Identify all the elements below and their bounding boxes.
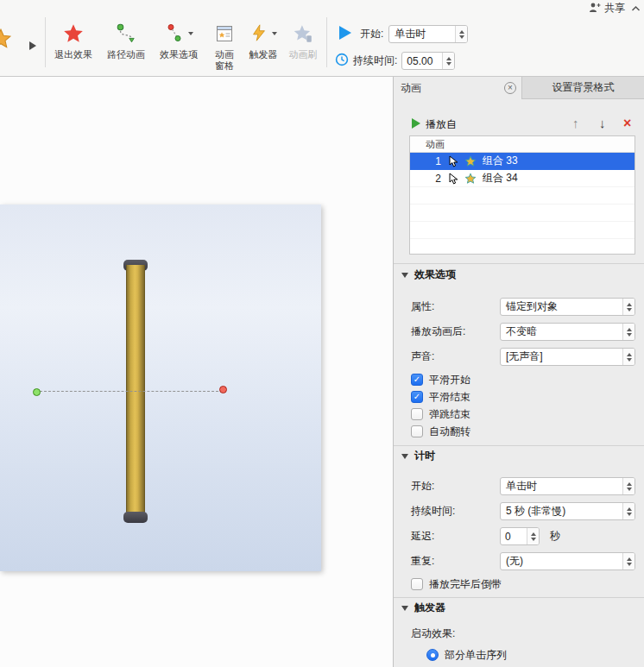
rewind-option[interactable]: 播放完毕后倒带 — [411, 577, 502, 591]
stepper-icon[interactable] — [455, 26, 467, 42]
move-up-button[interactable]: ↑ — [572, 115, 579, 132]
row-index: 2 — [410, 173, 441, 185]
checkbox-rewind[interactable] — [411, 578, 423, 590]
checkbox-smooth-end[interactable] — [411, 391, 423, 403]
stepper-icon[interactable] — [622, 553, 635, 569]
bounce-end-option[interactable]: 弹跳结束 — [411, 407, 470, 421]
collapse-ribbon-button[interactable] — [631, 3, 641, 15]
timing-start-value: 单击时 — [501, 478, 622, 494]
checkbox-label: 平滑结束 — [429, 390, 470, 405]
empty-row — [410, 222, 635, 239]
stepper-icon[interactable] — [622, 324, 635, 340]
checkbox-auto-reverse[interactable] — [411, 425, 423, 437]
tab-animation[interactable]: 动画 × — [394, 77, 521, 99]
repeat-dropdown[interactable]: (无) — [500, 552, 635, 570]
timing-duration-row: 持续时间: 5 秒 (非常慢) — [411, 502, 635, 520]
duration-input[interactable] — [402, 53, 442, 69]
effect-options-icon — [164, 22, 185, 47]
stepper-icon[interactable] — [622, 349, 635, 365]
section-effect-options[interactable]: 效果选项 — [401, 267, 456, 282]
animation-pane: 动画 × 设置背景格式 播放自 ↑ ↓ × 动画 1 组合 33 2 — [393, 77, 644, 667]
after-play-dropdown[interactable]: 不变暗 — [500, 323, 635, 341]
red-star-icon — [62, 21, 85, 47]
play-from-row: 播放自 ↑ ↓ × — [394, 115, 644, 134]
ribbon-button-animation-painter: 动画刷 — [285, 21, 321, 60]
ribbon-button-trigger[interactable]: 触发器 — [245, 21, 281, 60]
mouse-cursor-icon — [449, 155, 458, 167]
list-header: 动画 — [410, 136, 635, 153]
stepper-icon[interactable] — [442, 53, 454, 69]
start-dropdown[interactable]: 单击时 — [388, 25, 468, 43]
slide[interactable] — [0, 205, 321, 571]
smooth-end-option[interactable]: 平滑结束 — [411, 390, 470, 404]
pane-tabbar: 动画 × 设置背景格式 — [394, 77, 644, 99]
titlebar: 共享 — [0, 0, 644, 14]
delete-animation-button[interactable]: × — [623, 115, 631, 132]
animation-row[interactable]: 2 组合 34 — [410, 170, 635, 187]
property-dropdown[interactable]: 锚定到对象 — [500, 298, 635, 316]
animation-painter-icon — [292, 21, 314, 47]
timing-start-label: 开始: — [411, 479, 500, 494]
section-title: 触发器 — [414, 601, 445, 615]
dropdown-arrow-icon — [272, 32, 277, 35]
timing-duration-label: 持续时间: — [411, 504, 500, 519]
checkbox-label: 播放完毕后倒带 — [429, 577, 502, 592]
after-play-value: 不变暗 — [501, 324, 622, 340]
entrance-effect-partial-icon — [0, 28, 12, 53]
stepper-icon[interactable] — [622, 478, 635, 494]
sound-label: 声音: — [411, 349, 500, 364]
stepper-icon[interactable] — [622, 299, 635, 315]
play-from-button[interactable] — [412, 118, 420, 129]
checkbox-smooth-start[interactable] — [411, 374, 423, 386]
share-button[interactable]: 共享 — [589, 1, 625, 16]
ribbon-button-effect-options[interactable]: 效果选项 — [154, 21, 204, 60]
smooth-start-option[interactable]: 平滑开始 — [411, 373, 470, 387]
collapse-triangle-icon — [401, 606, 408, 611]
button-label: 退出效果 — [54, 49, 92, 60]
stepper-icon[interactable] — [527, 528, 539, 544]
tab-format-background[interactable]: 设置背景格式 — [521, 77, 644, 99]
share-label: 共享 — [604, 1, 625, 16]
button-label: 效果选项 — [160, 49, 198, 60]
ribbon-button-animation-pane[interactable]: 动画窗格 — [205, 21, 243, 72]
radio-click-sequence[interactable] — [426, 649, 439, 661]
property-row: 属性: 锚定到对象 — [411, 298, 635, 316]
click-sequence-option[interactable]: 部分单击序列 — [426, 648, 507, 662]
checkbox-label: 弹跳结束 — [429, 407, 470, 422]
motion-path-line[interactable] — [40, 391, 223, 392]
divider — [394, 445, 644, 446]
delay-unit-label: 秒 — [550, 529, 560, 544]
after-play-label: 播放动画后: — [411, 324, 500, 339]
path-end-handle[interactable] — [219, 386, 227, 393]
auto-reverse-option[interactable]: 自动翻转 — [411, 425, 470, 438]
move-down-button[interactable]: ↓ — [599, 115, 606, 132]
sound-dropdown[interactable]: [无声音] — [500, 348, 635, 366]
slide-canvas-area — [0, 77, 393, 667]
timing-duration-dropdown[interactable]: 5 秒 (非常慢) — [500, 502, 635, 520]
delay-input[interactable] — [501, 528, 527, 544]
animation-list: 动画 1 组合 33 2 组合 34 — [409, 135, 635, 255]
checkbox-bounce-end[interactable] — [411, 408, 423, 420]
section-triggers[interactable]: 触发器 — [401, 601, 445, 615]
timing-start-dropdown[interactable]: 单击时 — [500, 477, 635, 495]
row-index: 1 — [410, 155, 441, 167]
row-label: 组合 33 — [483, 154, 518, 168]
path-start-handle[interactable] — [33, 388, 41, 396]
play-animations-button[interactable] — [339, 26, 351, 40]
lightning-icon — [249, 22, 268, 47]
section-timing[interactable]: 计时 — [401, 449, 435, 463]
ribbon-button-exit-effect[interactable]: 退出效果 — [48, 21, 98, 60]
after-play-row: 播放动画后: 不变暗 — [411, 323, 635, 341]
delay-row: 延迟: 秒 — [411, 527, 635, 545]
gallery-more-arrow[interactable] — [29, 41, 36, 50]
sound-value: [无声音] — [501, 349, 622, 365]
property-value: 锚定到对象 — [501, 299, 622, 315]
repeat-value: (无) — [501, 553, 622, 569]
ribbon-button-path-animation[interactable]: 路径动画 — [101, 21, 151, 60]
property-label: 属性: — [411, 299, 500, 314]
ribbon: 共享 退出效果 路径动画 效果选项 — [0, 0, 644, 77]
animation-row[interactable]: 1 组合 33 — [410, 153, 635, 170]
close-pane-icon[interactable]: × — [504, 82, 516, 94]
stepper-icon[interactable] — [622, 503, 635, 519]
start-effect-label: 启动效果: — [411, 626, 455, 641]
